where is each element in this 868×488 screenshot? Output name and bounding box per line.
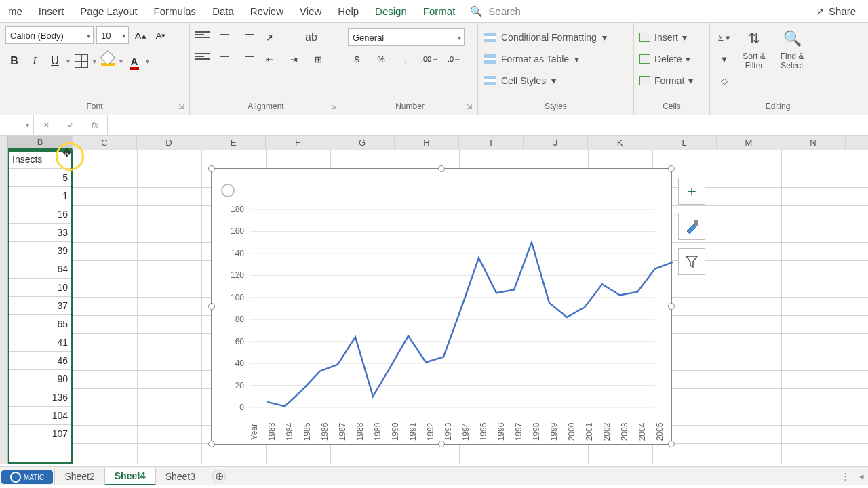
resize-handle-tr[interactable]: [668, 165, 675, 172]
cell-b-4[interactable]: 16: [8, 205, 73, 224]
search-box[interactable]: 🔍 Search: [463, 5, 528, 18]
resize-handle-mr[interactable]: [668, 303, 675, 310]
add-sheet-button[interactable]: ⊕: [212, 470, 226, 483]
sort-filter-button[interactable]: ⇅ Sort & Filter: [737, 28, 771, 70]
increase-decimal-button[interactable]: .00→: [421, 50, 439, 68]
bold-button[interactable]: B: [5, 52, 23, 70]
font-color-button[interactable]: A: [125, 52, 143, 70]
increase-indent-button[interactable]: ⇥: [285, 50, 302, 68]
column-header-B[interactable]: B: [8, 136, 73, 150]
sheet-tab-sheet4[interactable]: Sheet4: [105, 468, 156, 485]
column-header-E[interactable]: E: [201, 136, 266, 150]
column-header-C[interactable]: C: [73, 136, 137, 150]
underline-button[interactable]: U: [46, 52, 64, 70]
cell-b-9[interactable]: 37: [8, 297, 73, 315]
column-header-I[interactable]: I: [459, 136, 524, 150]
cell-b-3[interactable]: 1: [8, 187, 73, 205]
number-format-select[interactable]: General▾: [348, 28, 465, 46]
accounting-format-button[interactable]: $: [348, 50, 366, 68]
cell-b-8[interactable]: 10: [8, 279, 73, 297]
tab-page-layout[interactable]: Page Layout: [72, 0, 145, 23]
resize-handle-br[interactable]: [668, 441, 675, 447]
confirm-entry-button[interactable]: ✓: [58, 115, 83, 135]
cell-b-2[interactable]: 5: [8, 169, 73, 187]
cell-b-5[interactable]: 33: [8, 224, 73, 242]
format-cells-button[interactable]: Format ▾: [639, 72, 693, 89]
align-middle-button[interactable]: [217, 31, 232, 43]
wrap-text-button[interactable]: ab: [305, 31, 317, 43]
tab-insert[interactable]: Insert: [31, 0, 73, 23]
cell-b-7[interactable]: 64: [8, 260, 73, 279]
font-name-select[interactable]: Calibri (Body)▾: [5, 26, 94, 44]
resize-handle-tl[interactable]: [208, 165, 215, 172]
orientation-button[interactable]: ↗: [260, 28, 278, 46]
align-right-button[interactable]: [239, 53, 254, 65]
insert-cells-button[interactable]: Insert ▾: [639, 28, 687, 46]
cell-b-12[interactable]: 46: [8, 352, 73, 370]
resize-handle-ml[interactable]: [208, 303, 215, 310]
number-dialog-icon[interactable]: ⇲: [467, 103, 472, 110]
tab-view[interactable]: View: [292, 0, 330, 23]
tab-chart-design[interactable]: Design: [367, 0, 415, 23]
tab-formulas[interactable]: Formulas: [146, 0, 205, 23]
chart-styles-button[interactable]: [678, 213, 705, 240]
cell-b-11[interactable]: 41: [8, 333, 73, 352]
share-button[interactable]: ↗ Share: [809, 5, 863, 18]
comma-format-button[interactable]: ,: [397, 50, 414, 68]
column-header-F[interactable]: F: [266, 136, 330, 150]
conditional-formatting-button[interactable]: Conditional Formatting ▾: [484, 28, 607, 46]
merge-center-button[interactable]: ⊞: [309, 50, 327, 68]
borders-button[interactable]: [73, 52, 90, 70]
chart-plot-area[interactable]: [250, 209, 655, 407]
sheet-tab-sheet2[interactable]: Sheet2: [55, 468, 104, 485]
cell-b-15[interactable]: 104: [8, 407, 73, 425]
align-bottom-button[interactable]: [239, 31, 254, 43]
column-header-K[interactable]: K: [588, 136, 652, 150]
fx-button[interactable]: fx: [83, 115, 107, 135]
embedded-chart[interactable]: 020406080100120140160180 Year19831984198…: [211, 168, 672, 445]
cell-b-13[interactable]: 90: [8, 370, 73, 388]
align-left-button[interactable]: [195, 53, 210, 65]
percent-format-button[interactable]: %: [372, 50, 390, 68]
cell-styles-button[interactable]: Cell Styles ▾: [484, 72, 556, 89]
resize-handle-bc[interactable]: [438, 441, 445, 447]
font-dialog-icon[interactable]: ⇲: [178, 103, 184, 110]
italic-button[interactable]: I: [26, 52, 43, 70]
column-header-J[interactable]: J: [524, 136, 588, 150]
column-header-L[interactable]: L: [652, 136, 717, 150]
cancel-entry-button[interactable]: ✕: [34, 115, 58, 135]
decrease-decimal-button[interactable]: .0←: [446, 50, 463, 68]
grow-font-button[interactable]: A▴: [132, 26, 149, 44]
decrease-indent-button[interactable]: ⇤: [260, 50, 278, 68]
resize-handle-tc[interactable]: [438, 165, 445, 172]
tab-home[interactable]: me: [0, 0, 31, 23]
align-top-button[interactable]: [195, 31, 210, 43]
fill-button[interactable]: ▼: [715, 50, 733, 68]
chart-title-placeholder[interactable]: [221, 184, 235, 197]
cell-b-header[interactable]: Insects: [8, 150, 73, 169]
column-header-M[interactable]: M: [717, 136, 781, 150]
column-header-D[interactable]: D: [137, 136, 201, 150]
tab-help[interactable]: Help: [330, 0, 367, 23]
fill-color-button[interactable]: [99, 52, 117, 70]
cell-b-14[interactable]: 136: [8, 388, 73, 407]
find-select-button[interactable]: 🔍 Find & Select: [775, 28, 809, 70]
cell-b-10[interactable]: 65: [8, 315, 73, 333]
alignment-dialog-icon[interactable]: ⇲: [331, 103, 336, 110]
clear-button[interactable]: ◇: [715, 72, 733, 89]
format-as-table-button[interactable]: Format as Table ▾: [484, 50, 579, 68]
shrink-font-button[interactable]: A▾: [152, 26, 170, 44]
tab-review[interactable]: Review: [242, 0, 292, 23]
column-header-N[interactable]: N: [781, 136, 846, 150]
tabs-scroll-left-button[interactable]: ◂: [855, 471, 868, 481]
cell-b-6[interactable]: 39: [8, 242, 73, 260]
chart-filter-button[interactable]: [678, 248, 705, 275]
align-center-button[interactable]: [217, 53, 232, 65]
font-size-select[interactable]: 10▾: [96, 26, 129, 44]
name-box[interactable]: ▾: [0, 115, 34, 135]
autosum-button[interactable]: Σ ▾: [715, 28, 733, 46]
column-header-H[interactable]: H: [395, 136, 459, 150]
resize-handle-bl[interactable]: [208, 441, 215, 447]
cell-b-16[interactable]: 107: [8, 425, 73, 443]
formula-input[interactable]: [107, 115, 868, 135]
